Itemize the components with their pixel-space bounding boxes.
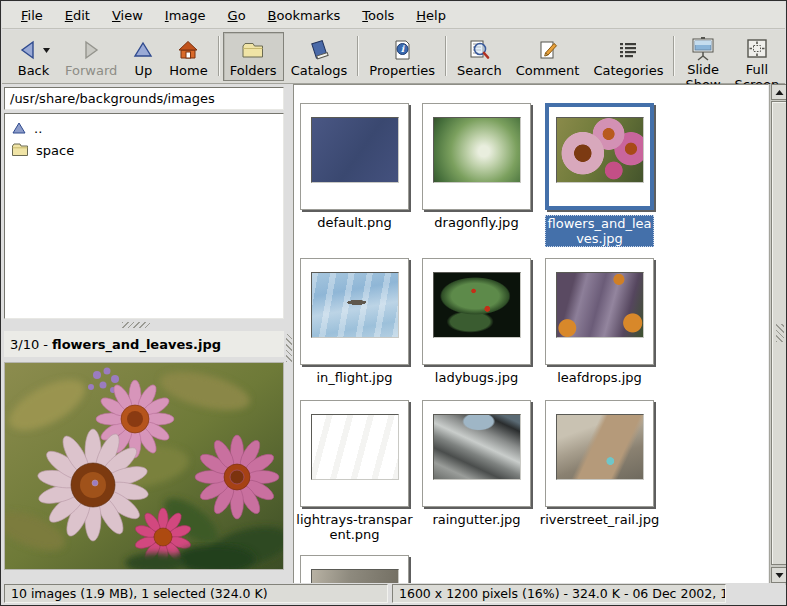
thumbnail-image[interactable] [433, 272, 521, 338]
toolbar: Back Forward Up Home Folders Catalogs i … [2, 30, 785, 84]
thumbnail-card[interactable] [545, 400, 654, 507]
thumbnail-image[interactable] [433, 117, 521, 183]
splitter-grip [122, 322, 150, 328]
back-button[interactable]: Back [9, 32, 58, 81]
toolbar-separator [357, 36, 359, 76]
thumbnail-browser: default.png dragonfly.jpg flowers_and_le… [293, 84, 769, 585]
back-dropdown-icon[interactable] [42, 46, 51, 54]
thumbnail-label[interactable]: default.png [294, 215, 415, 230]
image-counter: 3/10 - [10, 337, 48, 352]
thumbnail-label[interactable]: riverstreet_rail.jpg [539, 512, 660, 527]
toolbar-separator [218, 36, 220, 76]
catalogs-button[interactable]: Catalogs [284, 32, 355, 81]
toolbar-separator [445, 36, 447, 76]
vertical-scrollbar[interactable] [769, 84, 787, 585]
menu-go[interactable]: Go [217, 4, 257, 27]
thumbnail-card[interactable] [545, 258, 654, 365]
info-page-icon: i [390, 36, 414, 63]
thumbnail-card[interactable] [422, 400, 531, 507]
menu-edit[interactable]: Edit [54, 4, 101, 27]
folder-icon [11, 143, 29, 157]
thumbnail-image[interactable] [433, 414, 521, 480]
path-entry[interactable]: /usr/share/backgrounds/images [4, 87, 284, 110]
thumbnail-image[interactable] [311, 117, 399, 183]
menu-tools[interactable]: Tools [351, 4, 405, 27]
folder-item-space[interactable]: space [7, 139, 281, 161]
menu-help[interactable]: Help [405, 4, 457, 27]
menu-image[interactable]: Image [154, 4, 217, 27]
folder-icon [240, 36, 266, 63]
status-bar: 10 images (1.9 MB), 1 selected (324.0 K)… [2, 583, 785, 604]
thumbnail-card[interactable] [422, 103, 531, 210]
categories-button[interactable]: Categories [586, 32, 670, 81]
slideshow-button[interactable]: Slide Show [678, 32, 727, 81]
thumbnail-label[interactable]: raingutter.jpg [416, 512, 537, 527]
horizontal-pane-splitter[interactable] [4, 320, 284, 330]
thumbnail-card[interactable] [422, 258, 531, 365]
thumbnail-image[interactable] [556, 414, 644, 480]
slideshow-icon [689, 36, 717, 62]
thumbnail-card[interactable] [300, 103, 409, 210]
up-icon [131, 36, 155, 63]
search-icon [467, 36, 491, 63]
thumbnail-label[interactable]: flowers_and_leaves.jpg [545, 215, 654, 247]
categories-icon [616, 36, 640, 63]
fullscreen-button[interactable]: Full Screen [728, 32, 787, 81]
vertical-pane-splitter[interactable] [285, 84, 293, 585]
thumbnail-label[interactable]: leafdrops.jpg [539, 370, 660, 385]
scroll-up-button[interactable] [771, 84, 787, 100]
thumbnail-image[interactable] [311, 414, 399, 480]
toolbar-separator [673, 36, 675, 76]
folders-button[interactable]: Folders [223, 32, 284, 81]
thumbnail-card[interactable] [300, 555, 409, 585]
thumbnail-card[interactable] [300, 400, 409, 507]
menu-file[interactable]: File [10, 4, 54, 27]
fullscreen-icon [744, 36, 770, 62]
thumbnail-image[interactable] [556, 272, 644, 338]
menu-view[interactable]: View [101, 4, 154, 27]
thumbnail-image[interactable] [311, 272, 399, 338]
properties-button[interactable]: i Properties [362, 32, 442, 81]
scrollbar-thumb[interactable] [771, 101, 787, 565]
comment-button[interactable]: Comment [509, 32, 587, 81]
thumbnail-card[interactable] [545, 103, 654, 210]
thumbnail-label[interactable]: dragonfly.jpg [416, 215, 537, 230]
menu-bar: File Edit View Image Go Bookmarks Tools … [2, 2, 785, 29]
preview-image [5, 363, 283, 569]
up-button[interactable]: Up [124, 32, 162, 81]
thumbnail-image[interactable] [556, 117, 644, 183]
menu-bookmarks[interactable]: Bookmarks [257, 4, 352, 27]
back-icon [16, 38, 40, 62]
forward-button[interactable]: Forward [58, 32, 124, 81]
comment-icon [536, 36, 560, 63]
thumbnail-card[interactable] [300, 258, 409, 365]
folder-list: .. space [4, 113, 284, 319]
selected-filename: flowers_and_leaves.jpg [52, 337, 221, 352]
scroll-down-button[interactable] [771, 567, 787, 583]
thumbnail-label[interactable]: ladybugs.jpg [416, 370, 537, 385]
selection-info: 3/10 - flowers_and_leaves.jpg [4, 331, 284, 357]
scroll-down-icon [775, 572, 784, 579]
home-button[interactable]: Home [162, 32, 214, 81]
status-image-details: 1600 x 1200 pixels (16%) - 324.0 K - 06 … [392, 584, 726, 603]
thumbnail-label[interactable]: lightrays-transparent.png [294, 512, 415, 542]
folder-item-parent[interactable]: .. [7, 117, 281, 139]
forward-icon [79, 36, 103, 63]
scrollbar-grip [776, 324, 784, 342]
book-icon [307, 36, 331, 63]
splitter-grip [286, 334, 292, 362]
status-images-summary: 10 images (1.9 MB), 1 selected (324.0 K) [4, 584, 388, 603]
gthumb-window: File Edit View Image Go Bookmarks Tools … [0, 0, 787, 606]
up-dir-icon [11, 121, 27, 135]
home-icon [176, 36, 200, 63]
preview-pane [4, 362, 284, 570]
search-button[interactable]: Search [450, 32, 509, 81]
thumbnail-label[interactable]: in_flight.jpg [294, 370, 415, 385]
scroll-up-icon [775, 89, 784, 96]
